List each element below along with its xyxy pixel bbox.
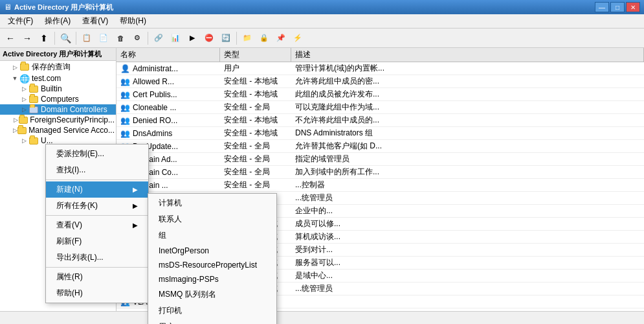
cell-type: 安全组 - 全局 <box>220 166 291 178</box>
table-row[interactable]: 👥 Domain Ad... 安全组 - 全局 指定的域管理员 <box>117 153 644 166</box>
menu-view[interactable]: 查看(V) <box>77 15 113 28</box>
table-row[interactable]: 👥 Domain Co... 安全组 - 全局 加入到域中的所有工作... <box>117 166 644 179</box>
tree-label-computers: Computers <box>41 95 79 104</box>
toolbar-btn-8[interactable]: 📊 <box>168 30 183 46</box>
table-row[interactable]: 👥 Denied RO... 安全组 - 本地域 不允许将此组中成员的... <box>117 114 644 127</box>
row-icon: 👥 <box>120 129 130 138</box>
row-icon: 👤 <box>120 64 130 73</box>
ctx-export[interactable]: 导出列表(L)... <box>46 249 148 266</box>
sub-item-msds[interactable]: msDS-ResourcePropertyList <box>148 258 276 272</box>
folder-icon <box>28 84 39 93</box>
sub-item-contact[interactable]: 联系人 <box>148 211 276 227</box>
folder-icon <box>28 136 39 145</box>
ctx-new[interactable]: 新建(N) ▶ <box>46 181 148 198</box>
table-row[interactable]: 👤 Administrat... 用户 管理计算机(域)的内置帐... <box>117 62 644 75</box>
cell-desc: 服务器可以... <box>291 257 644 269</box>
tree-label-managed: Managed Service Acco... <box>28 126 115 135</box>
cell-desc: 企业中的... <box>291 205 644 217</box>
tree-item-managed[interactable]: ▷ Managed Service Acco... <box>0 125 116 135</box>
menu-action[interactable]: 操作(A) <box>39 15 76 28</box>
toolbar-btn-11[interactable]: 🔄 <box>218 30 234 46</box>
cell-desc <box>291 301 644 303</box>
table-row[interactable]: 👥 Domain ... 安全组 - 全局 ...控制器 <box>117 179 644 192</box>
toolbar-btn-3[interactable]: 📋 <box>79 30 94 46</box>
tree-item-computers[interactable]: ▷ Computers <box>0 94 116 104</box>
sub-item-user[interactable]: 用户 <box>148 319 276 324</box>
table-row[interactable]: 👥 Allowed R... 安全组 - 本地域 允许将此组中成员的密... <box>117 75 644 88</box>
ctx-delegate[interactable]: 委派控制(E)... <box>46 146 148 162</box>
tree-item-saved-queries[interactable]: ▷ 保存的查询 <box>0 61 116 73</box>
sub-item-msimaging[interactable]: msImaging-PSPs <box>148 272 276 286</box>
folder-icon <box>17 126 27 135</box>
cell-desc: 允许将此组中成员的密... <box>291 75 644 87</box>
submenu: 计算机 联系人 组 InetOrgPerson msDS-ResourcePro… <box>148 193 277 324</box>
tree-toggle[interactable]: ▼ <box>10 74 19 83</box>
toolbar-btn-7[interactable]: 🔗 <box>151 30 166 46</box>
search-button[interactable]: 🔍 <box>58 30 73 46</box>
cell-name: 👥 Cloneable ... <box>117 102 220 113</box>
sub-item-group[interactable]: 组 <box>148 227 276 244</box>
toolbar-btn-12[interactable]: 📁 <box>239 30 255 46</box>
maximize-button[interactable]: □ <box>610 2 625 12</box>
tree-item-builtin[interactable]: ▷ Builtin <box>0 84 116 94</box>
table-row[interactable]: 👥 Cloneable ... 安全组 - 全局 可以克隆此组中作为域... <box>117 101 644 114</box>
close-button[interactable]: ✕ <box>626 2 640 12</box>
title-bar-left: 🖥 Active Directory 用户和计算机 <box>4 3 113 12</box>
cell-name-text: DnsAdmins <box>133 129 172 138</box>
toolbar-btn-6[interactable]: ⚙ <box>129 30 145 46</box>
ctx-refresh[interactable]: 刷新(F) <box>46 233 148 249</box>
ctx-properties[interactable]: 属性(R) <box>46 269 148 285</box>
toolbar-btn-13[interactable]: 🔒 <box>256 30 272 46</box>
sub-item-msmq[interactable]: MSMQ 队列别名 <box>148 286 276 303</box>
table-row[interactable]: 👥 DnsUpdate... 安全组 - 全局 允许替其他客户端(如 D... <box>117 140 644 153</box>
ctx-arrow-view: ▶ <box>133 222 138 229</box>
status-bar <box>0 311 644 324</box>
ctx-sep-3 <box>46 267 148 268</box>
toolbar-btn-14[interactable]: 📌 <box>273 30 289 46</box>
sub-item-inetorg[interactable]: InetOrgPerson <box>148 244 276 258</box>
cell-name: 👥 Cert Publis... <box>117 89 220 100</box>
col-header-desc[interactable]: 描述 <box>291 48 644 62</box>
row-icon: 👥 <box>120 90 130 99</box>
table-row[interactable]: 👥 DnsAdmins 安全组 - 本地域 DNS Administrators… <box>117 127 644 140</box>
tree-toggle[interactable]: ▷ <box>19 136 28 145</box>
toolbar-btn-10[interactable]: ⛔ <box>201 30 217 46</box>
tree-item-domain-controllers[interactable]: ▷ Domain Controllers <box>0 104 116 115</box>
menu-file[interactable]: 文件(F) <box>3 15 38 28</box>
tree-toggle[interactable]: ▷ <box>12 126 17 135</box>
ctx-all-tasks[interactable]: 所有任务(K) ▶ <box>46 198 148 214</box>
col-header-type[interactable]: 类型 <box>220 48 291 62</box>
toolbar-btn-4[interactable]: 📄 <box>96 30 111 46</box>
tree-item-foreign[interactable]: ▷ ForeignSecurityPrincip... <box>0 115 116 125</box>
cell-desc: 指定的域管理员 <box>291 153 644 165</box>
tree-toggle[interactable]: ▷ <box>13 115 19 124</box>
tree-toggle[interactable]: ▷ <box>19 95 28 104</box>
app-icon: 🖥 <box>4 3 12 12</box>
tree-toggle[interactable]: ▷ <box>19 105 28 114</box>
tree-item-testcom[interactable]: ▼ 🌐 test.com <box>0 73 116 84</box>
ctx-view[interactable]: 查看(V) ▶ <box>46 217 148 233</box>
col-header-name[interactable]: 名称 <box>117 48 220 62</box>
window-title: Active Directory 用户和计算机 <box>14 3 113 12</box>
sub-item-printer[interactable]: 打印机 <box>148 303 276 319</box>
menu-help[interactable]: 帮助(H) <box>115 15 151 28</box>
table-row[interactable]: 👥 Cert Publis... 安全组 - 本地域 此组的成员被允许发布... <box>117 88 644 101</box>
ctx-find[interactable]: 查找(I)... <box>46 162 148 178</box>
toolbar: ← → ⬆ 🔍 📋 📄 🗑 ⚙ 🔗 📊 ▶ ⛔ 🔄 📁 🔒 📌 ⚡ <box>0 29 644 48</box>
ctx-help[interactable]: 帮助(H) <box>46 285 148 301</box>
up-button[interactable]: ⬆ <box>36 30 52 46</box>
toolbar-separator-4 <box>236 32 237 45</box>
toolbar-btn-9[interactable]: ▶ <box>184 30 200 46</box>
back-button[interactable]: ← <box>3 30 18 46</box>
cell-type: 安全组 - 本地域 <box>220 114 291 126</box>
toolbar-btn-5[interactable]: 🗑 <box>113 30 128 46</box>
tree-toggle[interactable]: ▷ <box>10 63 19 72</box>
context-menu: 委派控制(E)... 查找(I)... 新建(N) ▶ 所有任务(K) ▶ 查看… <box>45 144 149 303</box>
cell-desc: 算机或访谈... <box>291 231 644 243</box>
toolbar-btn-15[interactable]: ⚡ <box>290 30 305 46</box>
minimize-button[interactable]: — <box>595 2 609 12</box>
cell-desc: 允许替其他客户端(如 D... <box>291 140 644 152</box>
sub-item-computer[interactable]: 计算机 <box>148 195 276 211</box>
tree-toggle[interactable]: ▷ <box>19 84 28 93</box>
forward-button[interactable]: → <box>19 30 35 46</box>
